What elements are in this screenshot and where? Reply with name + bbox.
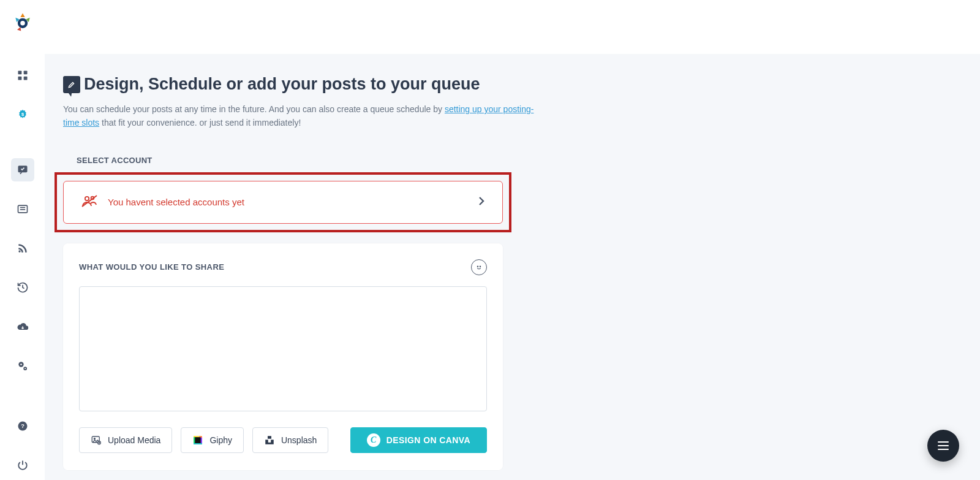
svg-text:?: ? [21,423,24,429]
no-accounts-text: You havent selected accounts yet [108,197,244,207]
upload-media-label: Upload Media [108,435,160,445]
sidebar: $ ? [0,0,45,480]
svg-point-21 [477,266,478,267]
svg-point-13 [20,364,22,365]
feed-icon [17,203,29,215]
main-content: Design, Schedule or add your posts to yo… [45,0,980,480]
page-title: Design, Schedule or add your posts to yo… [84,75,480,94]
unsplash-button[interactable]: Unsplash [252,427,328,453]
history-icon [17,281,29,294]
svg-line-20 [82,196,97,207]
sidebar-item-history[interactable] [11,276,34,299]
svg-point-22 [480,266,480,267]
svg-point-24 [94,438,95,439]
app-logo[interactable] [12,11,34,33]
image-upload-icon [91,435,102,446]
svg-point-18 [85,197,89,200]
emoji-picker-button[interactable] [471,259,487,275]
sidebar-item-monetize[interactable]: $ [11,103,34,126]
sidebar-item-cloud[interactable] [11,315,34,338]
composer-label: WHAT WOULD YOU LIKE TO SHARE [79,262,224,272]
svg-rect-2 [18,71,21,75]
smile-icon [474,262,484,272]
no-accounts-icon [81,194,98,210]
select-account-dropdown[interactable]: You havent selected accounts yet [63,181,503,224]
design-on-canva-button[interactable]: C DESIGN ON CANVA [350,427,487,453]
sidebar-item-rss[interactable] [11,237,34,260]
sidebar-item-feed[interactable] [11,197,34,221]
chevron-right-icon [478,196,485,209]
composer-card: WHAT WOULD YOU LIKE TO SHARE Upload Medi… [63,243,503,470]
canva-label: DESIGN ON CANVA [386,435,470,445]
select-account-label: SELECT ACCOUNT [77,156,980,165]
svg-rect-31 [200,436,201,437]
giphy-button[interactable]: Giphy [181,427,244,453]
unsplash-label: Unsplash [281,435,317,445]
svg-rect-30 [194,443,202,444]
svg-point-15 [24,368,26,369]
sidebar-item-power[interactable] [11,454,34,477]
svg-point-11 [18,250,20,252]
giphy-icon [192,435,203,446]
page-subtitle: You can schedule your posts at any time … [63,102,541,130]
select-account-highlight: You havent selected accounts yet [55,172,511,232]
compose-icon [17,164,29,176]
unsplash-icon [264,435,275,446]
sidebar-item-settings[interactable] [11,354,34,378]
sidebar-item-help[interactable]: ? [11,414,34,438]
compose-title-icon [63,76,80,93]
upload-media-button[interactable]: Upload Media [79,427,172,453]
help-icon: ? [17,420,29,432]
compose-textarea[interactable] [79,286,487,411]
svg-rect-32 [201,436,202,438]
gears-icon [17,360,29,372]
grid-icon [17,69,29,82]
svg-rect-4 [18,77,21,80]
giphy-label: Giphy [209,435,232,445]
sidebar-item-compose[interactable] [11,158,34,181]
rss-icon [17,242,29,254]
canva-icon: C [367,433,380,447]
dollar-gear-icon: $ [17,109,29,121]
svg-rect-5 [23,77,27,80]
svg-point-1 [20,21,25,26]
svg-rect-33 [268,436,271,439]
power-icon [17,459,29,471]
svg-rect-3 [23,71,27,75]
cloud-download-icon [17,321,29,333]
sidebar-item-dashboard[interactable] [11,64,34,87]
